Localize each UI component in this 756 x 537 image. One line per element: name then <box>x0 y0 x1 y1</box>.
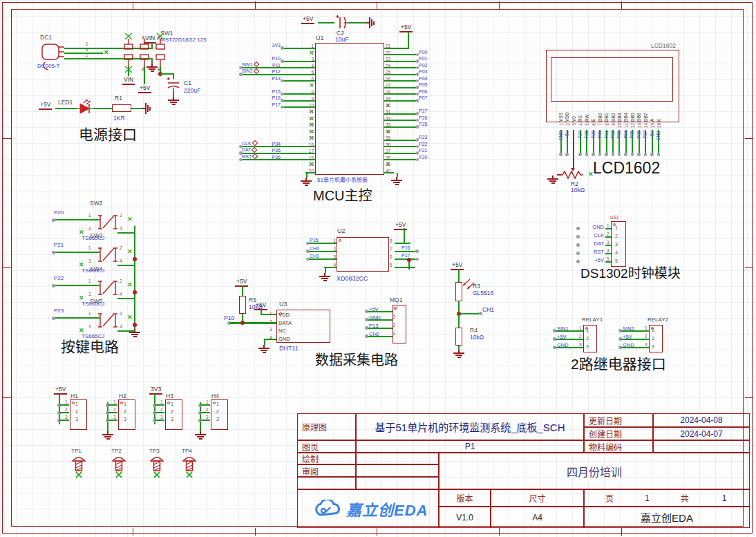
cap-polarized-symbol[interactable] <box>165 77 182 91</box>
mcu-pin-row[interactable]: P25 33 <box>384 122 462 129</box>
lcd-pin[interactable]: DB6 13 P06 <box>636 104 642 160</box>
lcd-pin[interactable]: RW 5 P26 <box>584 104 590 160</box>
lcd-pin[interactable]: K 16 GND <box>656 104 662 160</box>
dht-pin[interactable]: 3 NC <box>270 327 332 335</box>
gnd-symbol <box>319 273 330 281</box>
mcu-pin-row[interactable]: 12 <box>242 116 315 123</box>
ds1302-pin[interactable]: GND 1 1 <box>576 224 632 232</box>
mq1-pin[interactable]: CH0 4 <box>365 332 395 340</box>
pin-header[interactable]: 1 2 3 H4 1 2 3 <box>195 386 240 444</box>
tact-switch-symbol <box>98 243 117 267</box>
testpoint[interactable]: TP4 <box>182 448 202 481</box>
tact-switch-symbol <box>98 210 117 235</box>
resistor-r4[interactable] <box>455 328 462 346</box>
resistor-r1[interactable] <box>112 104 131 112</box>
pin-header[interactable]: +5V 1 2 3 H1 1 2 3 <box>54 386 100 444</box>
pin-number: 2 <box>565 123 570 126</box>
net-label: P02 <box>419 63 427 68</box>
lcd-pin[interactable]: DB0 7 P00 <box>597 104 603 160</box>
led-symbol[interactable] <box>75 99 95 117</box>
net-label-p10: P10 <box>224 315 234 321</box>
mcu-pin-row[interactable]: 11 <box>242 109 315 116</box>
resistor-r5[interactable] <box>239 296 246 314</box>
lcd-pin[interactable]: E 6 P25 <box>590 104 596 160</box>
net-label: RST <box>580 249 604 255</box>
lcd-pin[interactable]: VDD 2 +5V <box>564 104 570 160</box>
pin-number: 1 <box>113 399 116 404</box>
pin-name: K <box>656 104 661 122</box>
pin-number: 3 <box>160 415 163 420</box>
mcu-pin-row[interactable]: 3V3 1 <box>242 44 315 50</box>
wire <box>460 313 480 314</box>
net-label: P25 <box>419 122 427 126</box>
pin-number: 2 <box>645 334 648 339</box>
section-caption-daq: 数据采集电路 <box>315 349 398 369</box>
lcd-pin[interactable]: RS 4 P27 <box>577 104 583 160</box>
pin-name <box>316 162 380 169</box>
testpoint[interactable]: TP2 <box>111 448 132 481</box>
zone-letters-left <box>3 9 11 527</box>
pin-header[interactable]: 1 2 3 H2 1 2 3 <box>102 386 148 444</box>
schematic-canvas[interactable]: DC1 DC005-T 1 3 2 VIN SW1 MST22D18G2 125… <box>0 0 756 537</box>
wire <box>200 420 210 421</box>
testpoint-ref: TP4 <box>182 448 192 454</box>
adc-pin[interactable]: 6 P17 <box>389 255 422 263</box>
net-label: P27 <box>578 131 583 139</box>
wire <box>395 251 415 252</box>
pin-name: VSS <box>558 104 563 122</box>
testpoint[interactable]: TP1 <box>71 448 92 481</box>
potentiometer-r2[interactable] <box>560 170 587 180</box>
tact-switch[interactable]: SW5 P23 1 2 3 4 TS665CJ <box>54 305 138 337</box>
v5-flag: +5V <box>301 15 314 24</box>
pin-name: RW <box>585 104 589 122</box>
slide-switch-symbol[interactable] <box>119 32 171 75</box>
mcu-pin-row[interactable]: RST P36 18 <box>242 156 315 162</box>
lcd-pin[interactable]: DB5 12 P05 <box>630 104 636 160</box>
ds1302-pin[interactable]: CLK 2 2 <box>576 232 632 241</box>
mcu-pin-row[interactable]: P20 38 <box>384 156 462 162</box>
tb-created-label: 创建日期 <box>584 427 653 440</box>
ds1302-pin[interactable]: RST 4 4 <box>576 249 632 257</box>
adc-pin[interactable]: 5 <box>389 263 422 272</box>
lcd-pin[interactable]: DB3 10 P03 <box>616 104 623 160</box>
lcd-pin[interactable]: A 15 +5V <box>649 104 655 160</box>
mcu-pin-row[interactable]: P17 10 <box>242 103 315 110</box>
lcd-pin[interactable]: DB7 14 P07 <box>643 104 649 160</box>
dht-pin[interactable]: 1 VDD <box>270 311 332 319</box>
lcd-pin[interactable]: V0 3 <box>571 104 577 160</box>
mcu-pin-row[interactable]: 40 <box>384 169 462 176</box>
pin-number: 16 <box>656 123 661 128</box>
mcu-pin-row[interactable]: P07 29 <box>384 96 462 103</box>
gnd-symbol-rotated <box>142 103 151 114</box>
mcu-pin-row[interactable]: 13 <box>242 122 315 129</box>
pin-name <box>316 70 380 77</box>
mcu-pin-row[interactable]: 19 <box>242 162 315 169</box>
adc-pin[interactable]: CH1 3 <box>306 255 337 263</box>
pin-name <box>316 103 380 110</box>
mcu-pin-row[interactable]: 20 <box>242 169 315 176</box>
pin-number-inner: 2 <box>652 336 654 341</box>
lcd-pin[interactable]: DB2 9 P02 <box>610 104 616 160</box>
dht-pin[interactable]: 2 DATA <box>270 319 332 328</box>
relay-header[interactable]: RELAY1 SIN1 1 +5V 2 GND 3 1 2 <box>553 317 616 358</box>
net-label: P15 <box>272 89 281 94</box>
relay-header[interactable]: RELAY2 SIN2 1 +5V 2 GND 3 1 2 <box>618 317 682 358</box>
adc-pin[interactable]: 4 <box>306 263 337 272</box>
dht-pin[interactable]: 4 GND <box>270 335 332 343</box>
ds1302-pin[interactable]: DAT 3 3 <box>576 241 632 249</box>
cap-polarized-symbol[interactable] <box>334 15 350 30</box>
ds1302-ref: US1 <box>610 216 619 220</box>
testpoint[interactable]: TP3 <box>149 448 170 481</box>
pin-number: 3 <box>270 327 272 332</box>
mcu-pin-row[interactable]: 39 <box>384 162 462 169</box>
mcu-pin-row[interactable]: 14 <box>242 129 315 136</box>
tb-drawn-label: 绘制 <box>297 453 356 464</box>
lcd-pin[interactable]: VSS 1 GND <box>558 104 564 160</box>
mcu-pin-row[interactable]: P13 6 <box>242 77 315 84</box>
lcd-pin[interactable]: DB1 8 P01 <box>603 104 609 160</box>
lcd-pin[interactable]: DB4 11 P04 <box>623 104 629 160</box>
wire <box>155 404 164 406</box>
r1-value: 1KR <box>113 115 125 122</box>
pin-header[interactable]: 3V3 1 2 3 H3 1 2 3 <box>149 386 195 444</box>
net-dot <box>479 312 482 315</box>
